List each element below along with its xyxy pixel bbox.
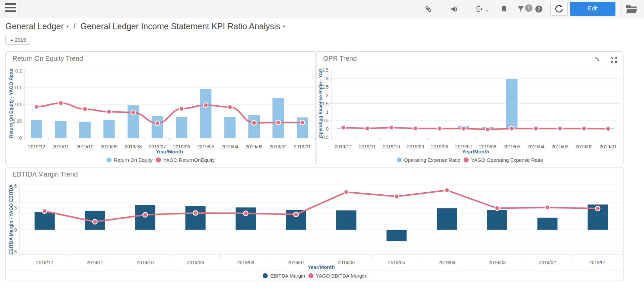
- svg-text:1: 1: [326, 109, 329, 115]
- dashboard-page: ▾ 1 ? Edit General Ledger ▾ / G: [0, 0, 644, 289]
- legend-dot: [156, 157, 161, 162]
- svg-text:2019/01: 2019/01: [600, 144, 617, 149]
- legend-item[interactable]: YAGO ReturnOnEquity: [156, 157, 215, 163]
- legend-dot: [464, 157, 469, 162]
- export-caret-icon[interactable]: ▾: [486, 8, 488, 13]
- svg-text:2019/11: 2019/11: [52, 144, 69, 149]
- legend-dot: [308, 273, 313, 278]
- svg-text:0: 0: [14, 227, 17, 233]
- opr-chart-plot[interactable]: 3.532.521.510.50-0.52019/122019/112019/1…: [316, 52, 624, 155]
- folder-icon[interactable]: [626, 5, 638, 14]
- svg-text:0.1: 0.1: [15, 102, 22, 107]
- link-icon[interactable]: [424, 5, 432, 13]
- legend-item[interactable]: YAGO Operating Expense Ratio: [464, 157, 543, 163]
- svg-text:2019/05: 2019/05: [388, 260, 405, 265]
- svg-text:2.5: 2.5: [322, 84, 329, 90]
- svg-text:2019/02: 2019/02: [270, 144, 287, 149]
- svg-text:2019/03: 2019/03: [489, 260, 506, 265]
- ebitda-trend-card: EBTIDA Margin Trend EBITDA Margin - YAGO…: [5, 167, 624, 281]
- svg-text:2019/11: 2019/11: [359, 144, 376, 149]
- svg-text:0.05: 0.05: [13, 118, 22, 124]
- filter-icon[interactable]: [517, 5, 525, 13]
- breadcrumb-root-caret-icon[interactable]: ▾: [67, 24, 69, 29]
- svg-text:2019/12: 2019/12: [28, 144, 45, 149]
- roe-trend-card: Return On Equity Trend Return On Equity …: [5, 51, 316, 165]
- breadcrumb-separator: /: [73, 21, 76, 31]
- svg-text:2019/05: 2019/05: [503, 144, 520, 149]
- help-icon[interactable]: ?: [535, 5, 543, 13]
- svg-text:2019/12: 2019/12: [36, 260, 53, 265]
- svg-text:-0.5: -0.5: [320, 135, 329, 140]
- svg-text:2: 2: [326, 93, 329, 98]
- legend-item[interactable]: EBITDA Margin: [263, 273, 305, 279]
- toolbar-divider: [621, 2, 621, 15]
- edit-button[interactable]: Edit: [570, 2, 615, 16]
- refresh-icon: [555, 4, 563, 13]
- svg-text:-3: -3: [13, 249, 17, 254]
- svg-text:2019/12: 2019/12: [335, 144, 352, 149]
- svg-text:1.5: 1.5: [322, 101, 329, 106]
- svg-text:Year/Month: Year/Month: [308, 264, 335, 270]
- legend-label: EBITDA Margin: [270, 273, 305, 279]
- svg-text:2019/05: 2019/05: [197, 144, 214, 149]
- refresh-button[interactable]: [550, 2, 568, 16]
- ebitda-chart-plot[interactable]: 630-32019/122019/112019/102019/092019/08…: [6, 167, 624, 271]
- svg-text:2019/01: 2019/01: [589, 260, 606, 265]
- chart-legend: EBITDA Margin YAGO EBITDA Margin: [6, 271, 623, 281]
- svg-text:3.5: 3.5: [322, 67, 329, 73]
- breadcrumb: General Ledger ▾ / General Ledger Income…: [5, 21, 285, 32]
- legend-label: Operating Expense Ratio: [404, 157, 461, 163]
- svg-text:2019/03: 2019/03: [246, 144, 263, 149]
- svg-text:2019/04: 2019/04: [527, 144, 545, 149]
- breadcrumb-root[interactable]: General Ledger: [5, 21, 64, 31]
- svg-text:?: ?: [538, 6, 541, 12]
- svg-text:2019/06: 2019/06: [338, 260, 355, 265]
- legend-item[interactable]: YAGO EBITDA Margin: [308, 273, 366, 279]
- svg-text:2019/08: 2019/08: [125, 144, 142, 149]
- svg-text:6: 6: [14, 183, 17, 189]
- svg-text:2019/11: 2019/11: [87, 260, 103, 265]
- svg-text:2019/10: 2019/10: [137, 260, 154, 265]
- svg-text:3: 3: [14, 205, 17, 210]
- svg-text:2019/08: 2019/08: [431, 144, 448, 149]
- svg-text:2019/08: 2019/08: [237, 260, 254, 265]
- svg-text:2019/07: 2019/07: [288, 260, 305, 265]
- legend-item[interactable]: Operating Expense Ratio: [397, 157, 461, 163]
- svg-text:0.5: 0.5: [322, 118, 329, 123]
- legend-label: YAGO EBITDA Margin: [316, 273, 366, 279]
- menu-icon[interactable]: [5, 3, 17, 14]
- svg-text:2019/04: 2019/04: [438, 260, 456, 265]
- svg-text:2019/02: 2019/02: [575, 144, 593, 149]
- chart-legend: Return On Equity YAGO ReturnOnEquity: [6, 155, 315, 165]
- legend-label: Return On Equity: [114, 157, 153, 163]
- svg-text:0.2: 0.2: [15, 68, 22, 74]
- megaphone-icon[interactable]: [450, 5, 458, 13]
- svg-text:2019/09: 2019/09: [407, 144, 424, 149]
- svg-text:2019/01: 2019/01: [294, 144, 311, 149]
- svg-text:0: 0: [19, 135, 22, 141]
- legend-label: YAGO Operating Expense Ratio: [471, 157, 543, 163]
- svg-text:2019/03: 2019/03: [552, 144, 569, 149]
- legend-label: YAGO ReturnOnEquity: [163, 157, 215, 163]
- legend-dot: [106, 157, 112, 162]
- svg-text:0.1: 0.1: [15, 85, 22, 90]
- legend-item[interactable]: Return On Equity: [106, 157, 153, 163]
- svg-text:2019/10: 2019/10: [383, 144, 400, 149]
- opr-trend-card: OPR Trend Operating Expense Ratio - YAGO…: [316, 51, 624, 165]
- svg-text:2019/09: 2019/09: [187, 260, 204, 265]
- breadcrumb-page-title[interactable]: General Ledger Income Statement KPI Rati…: [80, 21, 280, 31]
- toolbar-divider: [19, 2, 19, 15]
- legend-dot: [397, 157, 402, 162]
- bookmark-icon[interactable]: [500, 5, 508, 13]
- year-filter-chip[interactable]: = 2019: [5, 35, 31, 45]
- filter-count-badge[interactable]: 1: [525, 4, 532, 12]
- svg-text:2019/10: 2019/10: [76, 144, 93, 149]
- svg-text:2019/04: 2019/04: [221, 144, 239, 149]
- breadcrumb-page-caret-icon[interactable]: ▾: [283, 24, 285, 29]
- export-icon[interactable]: [475, 5, 483, 13]
- roe-chart-plot[interactable]: 0.20.10.10.0502019/122019/112019/102019/…: [6, 52, 316, 155]
- svg-text:2019/02: 2019/02: [539, 260, 556, 265]
- svg-text:0: 0: [326, 126, 329, 132]
- legend-dot: [263, 273, 268, 278]
- svg-text:Year/Month: Year/Month: [156, 149, 183, 154]
